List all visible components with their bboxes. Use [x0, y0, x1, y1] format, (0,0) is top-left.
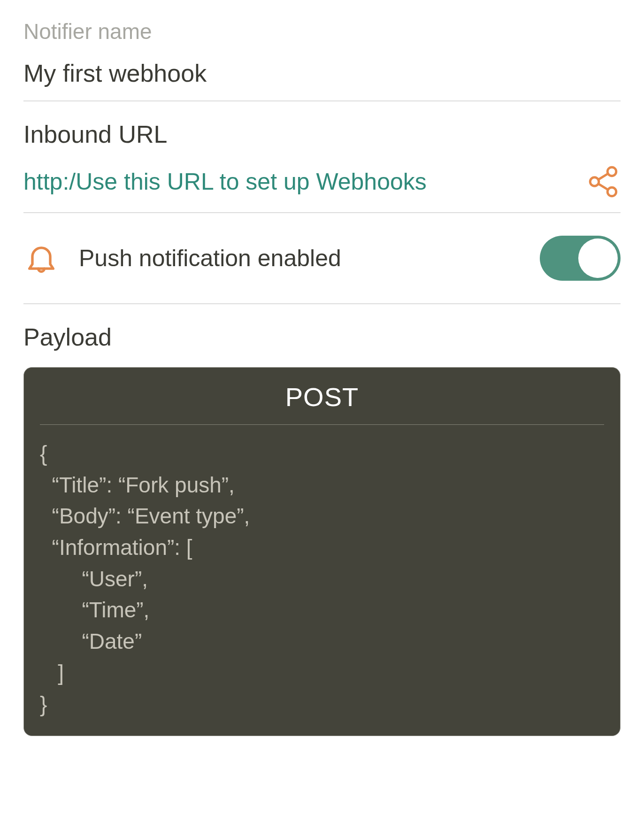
- inbound-url-heading: Inbound URL: [23, 120, 621, 148]
- toggle-knob: [578, 238, 618, 278]
- payload-heading: Payload: [23, 323, 621, 351]
- share-icon[interactable]: [586, 164, 621, 199]
- svg-line-4: [598, 184, 608, 190]
- payload-method: POST: [40, 382, 604, 425]
- svg-point-1: [590, 177, 599, 186]
- payload-box: POST { “Title”: “Fork push”, “Body”: “Ev…: [23, 367, 621, 736]
- push-left: Push notification enabled: [23, 240, 341, 276]
- svg-point-2: [607, 187, 616, 196]
- inbound-url-row: http:/Use this URL to set up Webhooks: [23, 164, 621, 199]
- svg-line-3: [598, 174, 608, 180]
- notifier-name-label: Notifier name: [23, 19, 621, 44]
- inbound-url-section: Inbound URL http:/Use this URL to set up…: [23, 101, 621, 213]
- payload-body[interactable]: { “Title”: “Fork push”, “Body”: “Event t…: [40, 438, 604, 720]
- push-notification-toggle[interactable]: [540, 236, 621, 281]
- payload-section: Payload POST { “Title”: “Fork push”, “Bo…: [23, 323, 621, 736]
- notifier-name-section: Notifier name: [23, 19, 621, 101]
- webhook-settings-page: Notifier name Inbound URL http:/Use this…: [0, 0, 644, 755]
- notifier-name-input[interactable]: [23, 59, 621, 87]
- push-notification-row: Push notification enabled: [23, 213, 621, 304]
- bell-icon: [23, 240, 59, 276]
- svg-point-0: [607, 167, 616, 176]
- push-notification-label: Push notification enabled: [79, 245, 341, 272]
- inbound-url-link[interactable]: http:/Use this URL to set up Webhooks: [23, 168, 576, 195]
